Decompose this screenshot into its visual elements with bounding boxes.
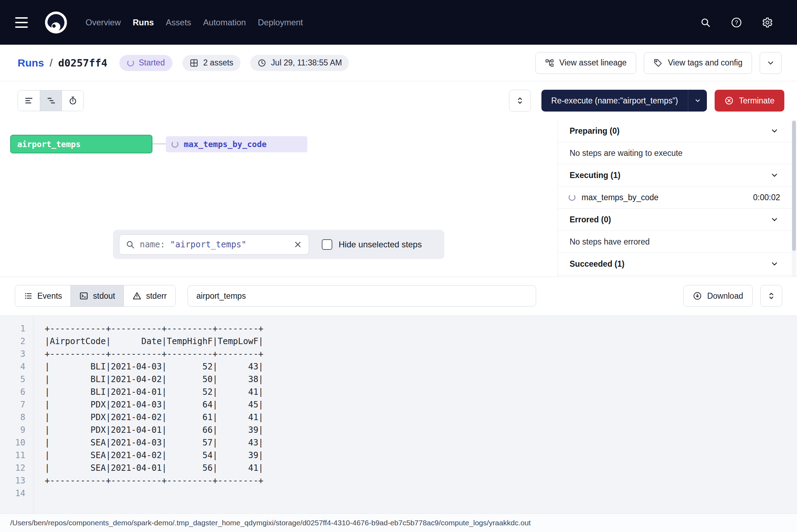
cancel-circle-icon (724, 96, 734, 105)
section-executing-header[interactable]: Executing (1) (558, 164, 797, 186)
warning-triangle-icon (132, 291, 142, 300)
assets-count-badge[interactable]: 2 assets (182, 55, 240, 71)
view-mode-flat-button[interactable] (18, 90, 40, 111)
line-number: 14 (0, 487, 33, 500)
log-step-selector[interactable]: airport_temps (188, 285, 536, 306)
lineage-icon (545, 58, 554, 68)
step-search-input[interactable]: name:"airport_temps" (119, 234, 309, 255)
reexecute-button[interactable]: Re-execute (name:"airport_temps") (541, 90, 688, 112)
section-preparing-title: Preparing (0) (570, 126, 620, 136)
grid-icon (189, 58, 199, 68)
view-mode-timer-button[interactable] (62, 90, 83, 111)
tab-stderr[interactable]: stderr (124, 285, 175, 306)
section-succeeded-title: Succeeded (1) (570, 259, 625, 269)
spinner-icon (569, 194, 576, 201)
view-asset-lineage-label: View asset lineage (559, 58, 627, 68)
expand-vertical-icon (767, 291, 776, 300)
zoom-fit-button[interactable] (509, 90, 531, 112)
chevron-down-icon (770, 215, 779, 224)
svg-text:?: ? (735, 19, 738, 25)
nav-item-deployment[interactable]: Deployment (258, 18, 303, 27)
step-node-max-temps-by-code[interactable]: max_temps_by_code (166, 136, 307, 152)
section-errored-title: Errored (0) (570, 215, 611, 224)
download-icon (693, 291, 702, 300)
nav-item-overview[interactable]: Overview (86, 18, 121, 27)
line-text: | BLI|2021-04-03| 52| 43| (33, 360, 263, 373)
reexecute-dropdown-button[interactable] (688, 90, 707, 112)
terminate-label: Terminate (739, 96, 774, 106)
chevron-down-icon (770, 171, 779, 179)
assets-count-label: 2 assets (203, 58, 233, 68)
terminal-icon (79, 291, 88, 300)
line-text: +-----------+----------+---------+------… (33, 348, 263, 360)
breadcrumb-runs-link[interactable]: Runs (18, 57, 44, 69)
gutter-divider (33, 315, 33, 513)
settings-gear-icon[interactable] (756, 11, 779, 34)
run-toolbar: Re-execute (name:"airport_temps") Termin… (0, 81, 797, 120)
line-text: |AirportCode| Date|TempHighF|TempLowF| (33, 335, 263, 348)
line-text: +-----------+----------+---------+------… (33, 474, 263, 487)
compute-log-path: /Users/ben/repos/components_demo/spark-d… (10, 519, 531, 527)
executing-step-row[interactable]: max_temps_by_code 0:00:02 (558, 186, 797, 209)
clear-search-icon[interactable] (293, 240, 302, 249)
run-main: airport_temps max_temps_by_code name:"ai… (0, 120, 797, 277)
search-icon[interactable] (694, 11, 717, 34)
log-line: 9| PDX|2021-04-01| 66| 39| (0, 424, 797, 436)
spinner-icon (127, 59, 134, 66)
expand-vertical-icon (515, 96, 525, 105)
log-line: 13+-----------+----------+---------+----… (0, 474, 797, 487)
gantt-graph-area: airport_temps max_temps_by_code name:"ai… (0, 120, 558, 277)
help-icon[interactable]: ? (725, 11, 748, 34)
dagster-logo-icon[interactable] (44, 11, 68, 34)
event-list-icon (24, 291, 33, 300)
line-number: 7 (0, 398, 33, 411)
view-tags-config-button[interactable]: View tags and config (644, 52, 752, 74)
line-text: | SEA|2021-04-01| 56| 41| (33, 462, 263, 474)
line-number: 6 (0, 386, 33, 398)
hide-unselected-checkbox[interactable] (322, 239, 332, 250)
tab-events[interactable]: Events (15, 285, 70, 306)
terminate-button[interactable]: Terminate (715, 90, 784, 112)
log-expand-button[interactable] (760, 285, 782, 307)
log-line: 7| PDX|2021-04-03| 64| 45| (0, 398, 797, 411)
run-actions-chevron-button[interactable] (760, 52, 782, 74)
log-line: 11| SEA|2021-04-02| 54| 39| (0, 449, 797, 462)
download-button[interactable]: Download (683, 285, 753, 307)
step-node-airport-temps[interactable]: airport_temps (10, 135, 152, 153)
run-id: d0257ff4 (58, 57, 107, 69)
tab-stdout[interactable]: stdout (70, 285, 124, 306)
section-preparing-header[interactable]: Preparing (0) (558, 120, 797, 142)
search-query-prefix: name: (140, 240, 165, 249)
panel-scrollbar[interactable] (792, 120, 796, 277)
section-errored-header[interactable]: Errored (0) (558, 209, 797, 231)
section-errored-empty: No steps have errored (558, 231, 797, 253)
nav-item-runs[interactable]: Runs (133, 18, 154, 27)
stopwatch-icon (68, 96, 77, 105)
line-text (33, 487, 45, 500)
log-line: 10| SEA|2021-04-03| 57| 43| (0, 436, 797, 449)
executing-step-elapsed: 0:00:02 (753, 193, 780, 202)
nav-item-assets[interactable]: Assets (166, 18, 191, 27)
step-status-panel: Preparing (0) No steps are waiting to ex… (558, 120, 797, 277)
tab-events-label: Events (37, 291, 62, 301)
nav-item-automation[interactable]: Automation (203, 18, 246, 27)
log-line: 4| BLI|2021-04-03| 52| 43| (0, 360, 797, 373)
line-text: +-----------+----------+---------+------… (33, 322, 263, 335)
line-number: 8 (0, 411, 33, 424)
tag-icon (653, 58, 663, 68)
run-header: Runs / d0257ff4 Started 2 assets Jul 29,… (0, 45, 797, 81)
menu-icon[interactable] (15, 14, 33, 31)
line-number: 4 (0, 360, 33, 373)
view-tags-config-label: View tags and config (668, 58, 742, 68)
view-asset-lineage-button[interactable]: View asset lineage (535, 52, 636, 74)
primary-nav: Overview Runs Assets Automation Deployme… (86, 18, 303, 27)
hide-unselected-label[interactable]: Hide unselected steps (339, 240, 422, 249)
download-label: Download (707, 291, 743, 301)
view-mode-waterfall-button[interactable] (40, 90, 62, 111)
section-succeeded-header[interactable]: Succeeded (1) (558, 253, 797, 275)
top-nav: Overview Runs Assets Automation Deployme… (0, 0, 797, 45)
view-mode-segmented-control (18, 90, 84, 111)
search-query-value: "airport_temps" (170, 240, 246, 249)
scrollbar-thumb[interactable] (792, 121, 796, 251)
breadcrumb-separator: / (50, 57, 52, 69)
